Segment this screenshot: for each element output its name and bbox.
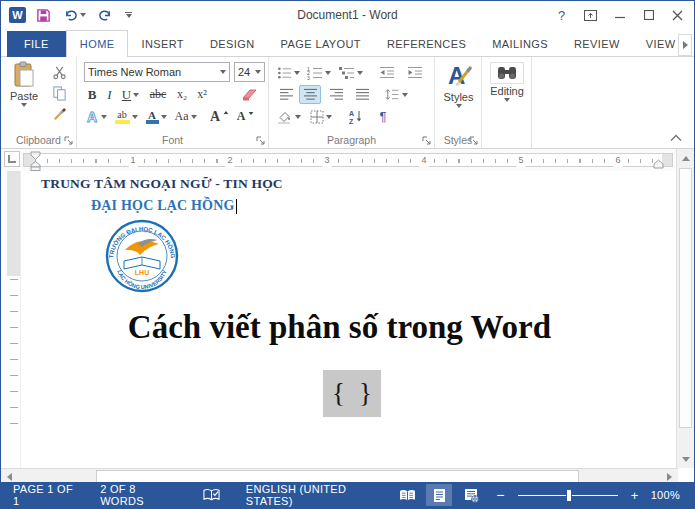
grow-font-button[interactable]: A bbox=[209, 107, 231, 126]
zoom-level[interactable]: 100% bbox=[645, 482, 686, 508]
styles-dialog-launcher[interactable] bbox=[469, 136, 478, 145]
styles-button[interactable]: A Styles bbox=[439, 62, 478, 126]
title-bar: W bbox=[1, 1, 694, 29]
line-spacing-dropdown-arrow bbox=[402, 93, 408, 97]
numbering-button[interactable]: 123 bbox=[305, 63, 333, 82]
tab-mailings[interactable]: MAILINGS bbox=[479, 31, 561, 57]
proofing-status[interactable] bbox=[197, 482, 226, 508]
language-indicator[interactable]: ENGLISH (UNITED STATES) bbox=[240, 482, 388, 508]
ribbon-display-options-button[interactable] bbox=[576, 2, 605, 28]
clipboard-dialog-launcher[interactable] bbox=[64, 136, 73, 145]
logo-lhu-text: LHU bbox=[135, 269, 149, 276]
tab-home[interactable]: HOME bbox=[66, 30, 129, 57]
font-dialog-launcher[interactable] bbox=[256, 136, 265, 145]
print-layout-button[interactable] bbox=[426, 484, 452, 506]
minimize-icon bbox=[615, 10, 625, 20]
zoom-out-button[interactable]: − bbox=[496, 487, 504, 503]
bullets-dropdown-arrow bbox=[294, 71, 300, 75]
close-button[interactable] bbox=[663, 2, 692, 28]
word-count[interactable]: 2 OF 8 WORDS bbox=[94, 482, 181, 508]
align-center-button[interactable] bbox=[299, 85, 321, 104]
sort-button[interactable]: A Z bbox=[343, 107, 367, 126]
tab-review[interactable]: REVIEW bbox=[561, 31, 633, 57]
text-effects-dropdown-arrow bbox=[101, 115, 107, 119]
tab-file[interactable]: FILE bbox=[7, 31, 66, 57]
zoom-slider-handle[interactable] bbox=[566, 489, 572, 502]
copy-button[interactable] bbox=[47, 84, 71, 103]
shading-button[interactable] bbox=[275, 107, 303, 126]
highlight-color-button[interactable]: ab bbox=[112, 107, 140, 126]
clear-formatting-button[interactable] bbox=[237, 85, 261, 104]
borders-button[interactable] bbox=[307, 107, 335, 126]
font-size-value: 24 bbox=[238, 66, 250, 78]
page-indicator[interactable]: PAGE 1 OF 1 bbox=[7, 482, 82, 508]
tab-page-layout[interactable]: PAGE LAYOUT bbox=[268, 31, 374, 57]
strikethrough-button[interactable]: abc bbox=[145, 85, 171, 104]
format-painter-button[interactable] bbox=[47, 105, 71, 124]
text-effects-letter: A bbox=[87, 109, 97, 124]
font-group: Times New Roman 24 B I U abc x₂ x² bbox=[77, 57, 269, 148]
tab-design[interactable]: DESIGN bbox=[197, 31, 268, 57]
show-hide-formatting-button[interactable]: ¶ bbox=[373, 107, 393, 126]
web-layout-button[interactable] bbox=[458, 484, 484, 506]
tab-stop-selector[interactable] bbox=[4, 151, 20, 167]
align-left-button[interactable] bbox=[275, 85, 297, 104]
sort-icon: A Z bbox=[348, 109, 363, 124]
arrow-right-icon bbox=[667, 473, 672, 481]
ruler-number: 3 bbox=[322, 154, 331, 167]
help-button[interactable]: ? bbox=[547, 2, 576, 28]
scroll-down-button[interactable] bbox=[678, 451, 694, 467]
align-right-button[interactable] bbox=[325, 85, 347, 104]
vertical-scrollbar[interactable] bbox=[676, 149, 694, 468]
indent-marker-right[interactable] bbox=[653, 159, 664, 169]
maximize-icon bbox=[644, 10, 654, 20]
font-size-combobox[interactable]: 24 bbox=[234, 62, 265, 82]
tab-insert[interactable]: INSERT bbox=[128, 31, 197, 57]
tab-references[interactable]: REFERENCES bbox=[374, 31, 479, 57]
doc-text-line2: ĐẠI HỌC LẠC HỒNG bbox=[91, 198, 237, 214]
minimize-button[interactable] bbox=[605, 2, 634, 28]
zoom-in-button[interactable]: + bbox=[631, 488, 639, 503]
ruler-number: 1 bbox=[128, 154, 137, 167]
document-page[interactable]: TRUNG TÂM NGOẠI NGỮ - TIN HỌC ĐẠI HỌC LẠ… bbox=[1, 171, 678, 468]
underline-button[interactable]: U bbox=[119, 85, 142, 104]
underline-dropdown-arrow[interactable] bbox=[133, 93, 139, 97]
vertical-ruler-ticks bbox=[10, 279, 18, 439]
paste-button[interactable]: Paste bbox=[6, 61, 42, 131]
collapse-ribbon-button[interactable] bbox=[670, 134, 682, 142]
read-mode-button[interactable] bbox=[394, 484, 420, 506]
paste-dropdown-arrow[interactable] bbox=[21, 103, 27, 107]
vertical-scroll-thumb[interactable] bbox=[679, 168, 692, 428]
ruler-number: 6 bbox=[613, 154, 622, 167]
window-controls: ? bbox=[547, 1, 692, 29]
justify-button[interactable] bbox=[351, 85, 373, 104]
subscript-button[interactable]: x₂ bbox=[173, 85, 191, 104]
bullets-button[interactable] bbox=[275, 63, 301, 82]
line-spacing-button[interactable] bbox=[381, 85, 411, 104]
cut-button[interactable] bbox=[47, 63, 71, 82]
change-case-button[interactable]: Aa bbox=[172, 107, 199, 126]
scroll-up-button[interactable] bbox=[678, 150, 694, 166]
italic-button[interactable]: I bbox=[102, 85, 117, 104]
multilevel-list-button[interactable] bbox=[337, 63, 365, 82]
indent-markers-left[interactable] bbox=[30, 151, 41, 171]
zoom-slider[interactable] bbox=[518, 495, 618, 496]
maximize-button[interactable] bbox=[634, 2, 663, 28]
bold-button[interactable]: B bbox=[84, 85, 100, 104]
font-color-button[interactable]: A bbox=[143, 107, 169, 126]
editing-group: Editing bbox=[482, 57, 532, 148]
horizontal-ruler[interactable]: 1 2 3 4 5 6 bbox=[23, 153, 673, 167]
font-family-value: Times New Roman bbox=[88, 66, 181, 78]
doc-text-line1: TRUNG TÂM NGOẠI NGỮ - TIN HỌC bbox=[41, 176, 283, 192]
decrease-indent-button[interactable] bbox=[375, 63, 399, 82]
superscript-button[interactable]: x² bbox=[193, 85, 211, 104]
editing-button[interactable]: Editing bbox=[486, 62, 528, 126]
text-effects-button[interactable]: A bbox=[84, 107, 108, 126]
shrink-font-arrow-icon bbox=[249, 112, 254, 115]
increase-indent-button[interactable] bbox=[403, 63, 427, 82]
align-right-icon bbox=[329, 88, 344, 101]
tab-view[interactable]: VIEW bbox=[633, 31, 689, 57]
font-family-combobox[interactable]: Times New Roman bbox=[84, 62, 230, 82]
shrink-font-button[interactable]: A bbox=[235, 107, 257, 126]
paragraph-dialog-launcher[interactable] bbox=[422, 136, 431, 145]
